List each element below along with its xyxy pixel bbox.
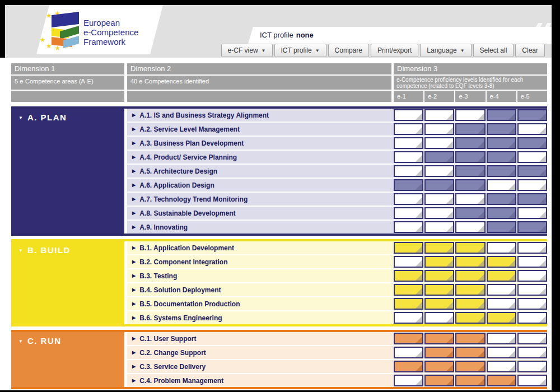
level-cell-e-4-selected[interactable] bbox=[487, 137, 516, 149]
area-header-B[interactable]: ▼B. BUILD bbox=[11, 241, 124, 324]
level-cell-e-4-selected[interactable] bbox=[487, 270, 516, 282]
level-cell-e-5[interactable] bbox=[517, 375, 547, 386]
level-cell-e-3-selected[interactable] bbox=[455, 137, 485, 149]
competence-row-a-6[interactable]: ▶A.6. Application Design bbox=[127, 179, 547, 192]
level-cell-e-1[interactable] bbox=[394, 137, 423, 149]
level-cell-e-3[interactable] bbox=[455, 193, 485, 205]
level-cell-e-3-selected[interactable] bbox=[455, 270, 485, 282]
level-cell-e-4[interactable] bbox=[487, 242, 516, 254]
competence-row-c-4[interactable]: ▶C.4. Problem Management bbox=[127, 374, 547, 387]
level-cell-e-2-selected[interactable] bbox=[424, 375, 454, 386]
level-cell-e-2[interactable] bbox=[424, 165, 454, 177]
level-cell-e-4-selected[interactable] bbox=[487, 375, 516, 386]
level-cell-e-1[interactable] bbox=[394, 347, 423, 358]
level-cell-e-3-selected[interactable] bbox=[455, 207, 485, 219]
toolbar-button-e-cf-view[interactable]: e-CF view▼ bbox=[221, 44, 273, 57]
competence-row-c-3[interactable]: ▶C.3. Service Delivery bbox=[127, 360, 547, 373]
level-cell-e-3-selected[interactable] bbox=[455, 242, 485, 254]
level-cell-e-5[interactable] bbox=[517, 123, 547, 135]
competence-row-b-3[interactable]: ▶B.3. Testing bbox=[127, 269, 547, 282]
competence-row-a-3[interactable]: ▶A.3. Business Plan Development bbox=[127, 137, 547, 150]
level-cell-e-1[interactable] bbox=[394, 123, 423, 135]
level-cell-e-3[interactable] bbox=[455, 221, 485, 233]
level-cell-e-3-selected[interactable] bbox=[455, 284, 485, 296]
level-cell-e-5-selected[interactable] bbox=[517, 109, 547, 121]
level-cell-e-2[interactable] bbox=[424, 123, 454, 135]
level-cell-e-1-selected[interactable] bbox=[394, 179, 423, 191]
competence-row-a-9[interactable]: ▶A.9. Innovating bbox=[127, 221, 547, 234]
level-cell-e-1[interactable] bbox=[394, 207, 423, 219]
level-cell-e-5[interactable] bbox=[517, 270, 547, 282]
level-cell-e-5-selected[interactable] bbox=[517, 193, 547, 205]
toolbar-button-clear[interactable]: Clear bbox=[515, 44, 545, 57]
competence-row-a-1[interactable]: ▶A.1. IS and Business Strategy Alignment bbox=[127, 109, 547, 122]
level-cell-e-2-selected[interactable] bbox=[424, 298, 454, 310]
competence-row-a-4[interactable]: ▶A.4. Product/ Service Planning bbox=[127, 151, 547, 164]
level-cell-e-4-selected[interactable] bbox=[487, 193, 516, 205]
level-cell-e-3-selected[interactable] bbox=[455, 256, 485, 268]
level-cell-e-2-selected[interactable] bbox=[424, 179, 454, 191]
level-cell-e-5-selected[interactable] bbox=[517, 137, 547, 149]
level-cell-e-4-selected[interactable] bbox=[487, 207, 516, 219]
level-cell-e-2-selected[interactable] bbox=[424, 284, 454, 296]
level-cell-e-5[interactable] bbox=[517, 207, 547, 219]
level-cell-e-1-selected[interactable] bbox=[394, 333, 423, 344]
level-cell-e-2[interactable] bbox=[424, 109, 454, 121]
level-cell-e-5[interactable] bbox=[517, 333, 547, 344]
level-cell-e-2-selected[interactable] bbox=[424, 242, 454, 254]
level-cell-e-3-selected[interactable] bbox=[455, 179, 485, 191]
level-cell-e-3-selected[interactable] bbox=[455, 361, 485, 372]
toolbar-button-select-all[interactable]: Select all bbox=[473, 44, 514, 57]
level-cell-e-4-selected[interactable] bbox=[487, 256, 516, 268]
level-cell-e-4-selected[interactable] bbox=[487, 312, 516, 324]
level-cell-e-4-selected[interactable] bbox=[487, 221, 516, 233]
competence-row-b-4[interactable]: ▶B.4. Solution Deployment bbox=[127, 283, 547, 296]
level-cell-e-1[interactable] bbox=[394, 109, 423, 121]
level-cell-e-5[interactable] bbox=[517, 298, 547, 310]
level-cell-e-5[interactable] bbox=[517, 151, 547, 163]
competence-row-b-5[interactable]: ▶B.5. Documentation Production bbox=[127, 297, 547, 310]
level-cell-e-1[interactable] bbox=[394, 221, 423, 233]
competence-row-b-2[interactable]: ▶B.2. Component Integration bbox=[127, 255, 547, 268]
competence-row-b-1[interactable]: ▶B.1. Application Development bbox=[127, 241, 547, 254]
level-cell-e-5-selected[interactable] bbox=[517, 221, 547, 233]
level-cell-e-1[interactable] bbox=[394, 151, 423, 163]
level-cell-e-3-selected[interactable] bbox=[455, 333, 485, 344]
toolbar-button-compare[interactable]: Compare bbox=[328, 44, 369, 57]
level-cell-e-2[interactable] bbox=[424, 221, 454, 233]
level-cell-e-1[interactable] bbox=[394, 312, 423, 324]
level-cell-e-4[interactable] bbox=[487, 361, 516, 372]
level-cell-e-2[interactable] bbox=[424, 207, 454, 219]
level-cell-e-4[interactable] bbox=[487, 333, 516, 344]
level-cell-e-4[interactable] bbox=[487, 179, 516, 191]
level-cell-e-2-selected[interactable] bbox=[424, 361, 454, 372]
level-cell-e-1-selected[interactable] bbox=[394, 270, 423, 282]
level-cell-e-3-selected[interactable] bbox=[455, 151, 485, 163]
toolbar-button-print-export[interactable]: Print/export bbox=[371, 44, 418, 57]
competence-row-a-5[interactable]: ▶A.5. Architecture Design bbox=[127, 165, 547, 178]
level-cell-e-1[interactable] bbox=[394, 256, 423, 268]
level-cell-e-5[interactable] bbox=[517, 361, 547, 372]
competence-row-a-7[interactable]: ▶A.7. Technology Trend Monitoring bbox=[127, 193, 547, 206]
level-cell-e-3-selected[interactable] bbox=[455, 165, 485, 177]
level-cell-e-2-selected[interactable] bbox=[424, 347, 454, 358]
level-cell-e-2[interactable] bbox=[424, 193, 454, 205]
level-cell-e-4-selected[interactable] bbox=[487, 151, 516, 163]
level-cell-e-4[interactable] bbox=[487, 347, 516, 358]
level-cell-e-4-selected[interactable] bbox=[487, 109, 516, 121]
level-cell-e-5[interactable] bbox=[517, 347, 547, 358]
level-cell-e-5-selected[interactable] bbox=[517, 165, 547, 177]
competence-row-a-2[interactable]: ▶A.2. Service Level Management bbox=[127, 123, 547, 136]
level-cell-e-5[interactable] bbox=[517, 256, 547, 268]
competence-row-a-8[interactable]: ▶A.8. Sustainable Development bbox=[127, 207, 547, 220]
level-cell-e-2-selected[interactable] bbox=[424, 270, 454, 282]
level-cell-e-1-selected[interactable] bbox=[394, 242, 423, 254]
level-cell-e-1[interactable] bbox=[394, 165, 423, 177]
level-cell-e-2[interactable] bbox=[424, 312, 454, 324]
level-cell-e-4-selected[interactable] bbox=[487, 165, 516, 177]
level-cell-e-4-selected[interactable] bbox=[487, 123, 516, 135]
level-cell-e-2-selected[interactable] bbox=[424, 256, 454, 268]
level-cell-e-3-selected[interactable] bbox=[455, 298, 485, 310]
competence-row-c-1[interactable]: ▶C.1. User Support bbox=[127, 332, 547, 345]
level-cell-e-5[interactable] bbox=[517, 284, 547, 296]
